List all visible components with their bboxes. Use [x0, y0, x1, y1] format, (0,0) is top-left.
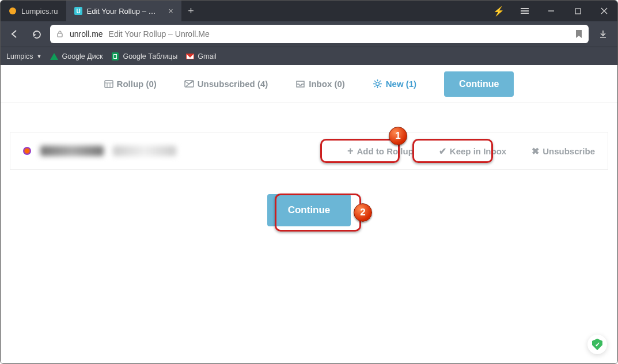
- maximize-icon: [575, 8, 581, 14]
- new-tab-button[interactable]: +: [181, 1, 201, 21]
- x-icon: ✖: [532, 146, 539, 157]
- close-icon: [601, 7, 608, 14]
- google-drive-icon: [50, 52, 58, 60]
- inbox-icon: [295, 80, 305, 88]
- google-sheets-icon: [111, 52, 119, 60]
- address-bar[interactable]: unroll.me Edit Your Rollup – Unroll.Me: [50, 25, 589, 43]
- row-actions: + Add to Rollup ✔ Keep in Inbox ✖ Unsubs…: [347, 145, 595, 157]
- close-tab-icon[interactable]: ×: [168, 6, 173, 16]
- arrow-left-icon: [9, 29, 20, 39]
- action-label: Keep in Inbox: [450, 146, 506, 156]
- bookmark-label: Gmail: [198, 52, 217, 60]
- svg-point-0: [9, 7, 16, 14]
- add-to-rollup-button[interactable]: + Add to Rollup: [347, 145, 414, 157]
- tab-label: Unsubscribed (4): [198, 79, 268, 89]
- window-titlebar: Lumpics.ru U Edit Your Rollup – Unroll. …: [1, 1, 617, 21]
- chevron-down-icon: ▼: [37, 54, 42, 59]
- gear-icon: [373, 79, 382, 89]
- bookmark-gmail[interactable]: Gmail: [185, 52, 217, 60]
- bookmark-label: Google Диск: [62, 52, 103, 60]
- tab-inbox[interactable]: Inbox (0): [295, 79, 345, 89]
- window-maximize-button[interactable]: [564, 1, 591, 21]
- downloads-button[interactable]: [594, 25, 612, 43]
- menu-button[interactable]: [511, 1, 538, 21]
- action-label: Unsubscribe: [543, 146, 595, 156]
- page-content: Rollup (0) Unsubscribed (4) Inbox (0) Ne…: [1, 65, 617, 364]
- tab-label: Inbox (0): [309, 79, 345, 89]
- svg-line-13: [186, 81, 192, 86]
- tab-rollup[interactable]: Rollup (0): [104, 79, 157, 89]
- bookmark-google-drive[interactable]: Google Диск: [50, 52, 103, 60]
- download-icon: [598, 29, 608, 39]
- bookmark-label: Google Таблицы: [123, 52, 177, 60]
- tab-unsubscribed[interactable]: Unsubscribed (4): [184, 79, 268, 89]
- svg-line-20: [380, 86, 381, 87]
- lock-icon: [56, 30, 64, 38]
- bookmark-google-sheets[interactable]: Google Таблицы: [111, 52, 177, 60]
- tab-label: New (1): [386, 79, 416, 89]
- window-minimize-button[interactable]: [538, 1, 564, 21]
- filter-tabs: Rollup (0) Unsubscribed (4) Inbox (0) Ne…: [1, 65, 617, 103]
- tab-label: Edit Your Rollup – Unroll.: [87, 7, 158, 16]
- browser-tab-unrollme[interactable]: U Edit Your Rollup – Unroll. ×: [66, 1, 181, 21]
- reload-icon: [32, 29, 41, 39]
- reload-button[interactable]: [28, 26, 44, 42]
- keep-in-inbox-button[interactable]: ✔ Keep in Inbox: [439, 146, 506, 157]
- action-label: Add to Rollup: [357, 146, 413, 156]
- svg-line-21: [374, 86, 376, 87]
- turbo-icon[interactable]: ⚡: [486, 6, 511, 17]
- bookmark-icon[interactable]: [575, 29, 583, 39]
- bookmark-label: Lumpics: [6, 52, 33, 60]
- svg-point-14: [376, 82, 379, 86]
- tab-new[interactable]: New (1): [373, 79, 416, 89]
- unrollme-favicon: U: [74, 7, 82, 15]
- gmail-icon: [185, 52, 194, 60]
- sender-email-blurred: [113, 146, 176, 156]
- window-close-button[interactable]: [591, 1, 617, 21]
- svg-rect-7: [58, 33, 62, 37]
- plus-icon: +: [347, 145, 354, 157]
- minimize-icon: [548, 7, 555, 14]
- svg-line-19: [374, 81, 376, 82]
- hamburger-icon: [521, 8, 529, 14]
- svg-text:U: U: [76, 8, 80, 14]
- browser-tab-lumpics[interactable]: Lumpics.ru: [1, 1, 66, 21]
- unsubscribed-icon: [184, 80, 194, 88]
- sender-name-blurred: [40, 146, 104, 156]
- check-icon: ✔: [439, 146, 446, 157]
- continue-top-button[interactable]: Continue: [444, 71, 514, 97]
- bookmark-lumpics[interactable]: Lumpics ▼: [6, 52, 41, 60]
- subscription-row: + Add to Rollup ✔ Keep in Inbox ✖ Unsubs…: [10, 132, 608, 170]
- sender-avatar-icon: [23, 147, 31, 155]
- lumpics-favicon: [9, 7, 17, 15]
- svg-rect-8: [105, 81, 113, 88]
- shield-icon: [592, 339, 602, 350]
- continue-main-button[interactable]: Continue: [267, 194, 351, 226]
- security-extension-badge[interactable]: [587, 335, 607, 354]
- back-button[interactable]: [6, 26, 22, 42]
- rollup-icon: [104, 79, 113, 89]
- bookmarks-bar: Lumpics ▼ Google Диск Google Таблицы Gma…: [1, 47, 617, 65]
- address-domain: unroll.me: [70, 29, 103, 39]
- tab-label: Lumpics.ru: [21, 7, 58, 16]
- unsubscribe-button[interactable]: ✖ Unsubscribe: [532, 146, 595, 157]
- address-page-title: Edit Your Rollup – Unroll.Me: [109, 29, 210, 39]
- svg-rect-4: [575, 9, 581, 14]
- address-bar-row: unroll.me Edit Your Rollup – Unroll.Me: [1, 21, 617, 47]
- tab-label: Rollup (0): [117, 79, 157, 89]
- svg-line-22: [380, 81, 381, 82]
